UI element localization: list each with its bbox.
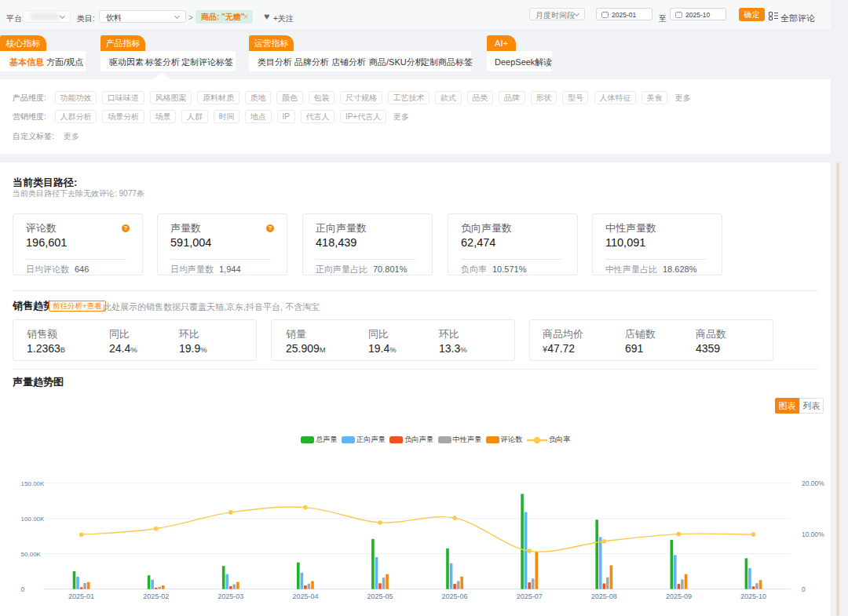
svg-text:2025-07: 2025-07 — [517, 592, 543, 600]
svg-text:2025-09: 2025-09 — [666, 592, 692, 600]
svg-text:0: 0 — [21, 585, 25, 593]
svg-text:2025-04: 2025-04 — [292, 592, 318, 600]
svg-text:20.00%: 20.00% — [802, 479, 824, 487]
svg-text:2025-06: 2025-06 — [442, 592, 468, 600]
svg-text:0: 0 — [802, 585, 806, 593]
svg-text:2025-05: 2025-05 — [367, 592, 393, 600]
svg-text:2025-08: 2025-08 — [591, 592, 617, 600]
svg-text:2025-01: 2025-01 — [68, 592, 94, 600]
svg-text:150.00K: 150.00K — [21, 480, 45, 487]
svg-text:2025-02: 2025-02 — [143, 592, 169, 600]
svg-text:100.00K: 100.00K — [21, 516, 45, 523]
svg-text:50.00K: 50.00K — [21, 551, 42, 558]
svg-text:10.00%: 10.00% — [802, 530, 824, 538]
svg-text:2025-03: 2025-03 — [217, 592, 243, 600]
svg-text:2025-10: 2025-10 — [740, 592, 766, 600]
